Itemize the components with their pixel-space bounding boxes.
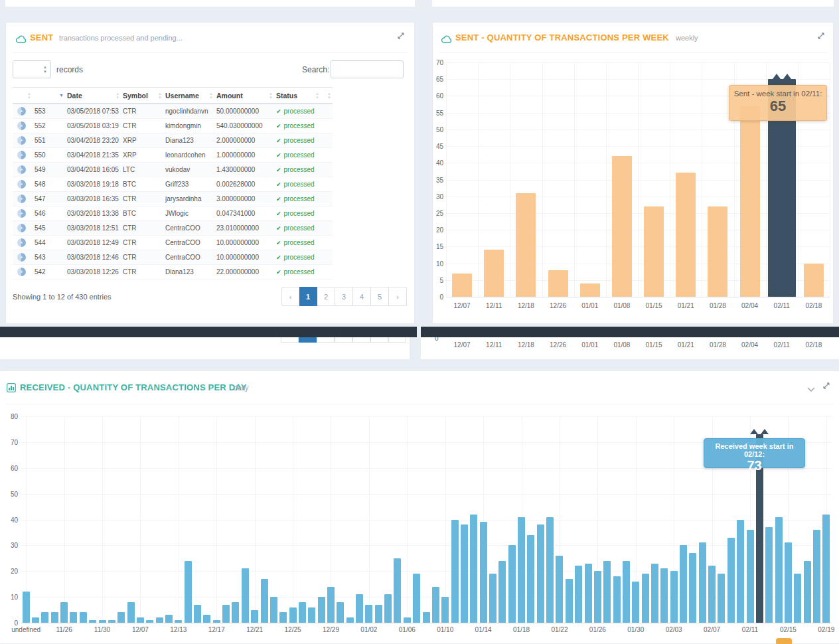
bar-bar-22[interactable] — [232, 602, 239, 623]
bar-12/21[interactable] — [251, 610, 258, 623]
bar-01/21[interactable] — [676, 173, 696, 297]
bar-02/19[interactable] — [822, 515, 830, 623]
bar-12/17[interactable] — [213, 620, 220, 623]
bar-01/10[interactable] — [441, 597, 449, 623]
bar-01/18[interactable] — [518, 517, 525, 623]
bar-12/07[interactable] — [137, 617, 144, 623]
clipped-page-button[interactable] — [352, 337, 370, 343]
bar-11/26[interactable] — [60, 602, 68, 623]
bar-bar-63[interactable] — [623, 561, 630, 623]
sort-icon[interactable]: ▲▼ — [27, 92, 31, 100]
page-button-5[interactable]: 5 — [371, 287, 389, 306]
bar-bar-42[interactable] — [423, 612, 430, 623]
bar-01/30[interactable] — [632, 582, 639, 623]
bar-01/08[interactable] — [612, 156, 632, 297]
bar-12/26[interactable] — [548, 270, 568, 297]
clipped-page-button-active[interactable] — [299, 337, 317, 343]
transaction-icon[interactable]: + — [17, 121, 26, 130]
bar-bar-18[interactable] — [194, 605, 201, 623]
clipped-page-button[interactable] — [317, 337, 335, 343]
bar-bar-34[interactable] — [346, 617, 354, 623]
bar-12/29[interactable] — [327, 587, 335, 623]
page-button-4[interactable]: 4 — [353, 287, 371, 306]
bar-12/18[interactable] — [516, 193, 536, 297]
bar-01/28[interactable] — [708, 206, 727, 297]
bar-bar-78[interactable] — [765, 527, 773, 623]
sort-icon[interactable]: ▲▼ — [158, 92, 162, 100]
bar-01/15[interactable] — [644, 206, 664, 297]
clipped-page-button[interactable] — [370, 337, 388, 343]
bar-bar-10[interactable] — [117, 612, 125, 623]
bar-bar-49[interactable] — [489, 574, 496, 623]
bar-bar-25[interactable] — [261, 579, 268, 623]
page-button-2[interactable]: 2 — [317, 287, 335, 306]
bar-02/07[interactable] — [708, 566, 716, 623]
column-header-sort7[interactable]: ▲▼ — [321, 92, 333, 100]
transaction-icon[interactable]: + — [17, 136, 26, 145]
sort-icon[interactable]: ▲▼ — [315, 92, 319, 100]
transaction-icon[interactable]: + — [17, 209, 26, 218]
bar-bar-19[interactable] — [203, 615, 210, 623]
bar-bar-38[interactable] — [384, 594, 392, 623]
bar-bar-45[interactable] — [451, 520, 459, 623]
bar-01/01[interactable] — [580, 283, 600, 297]
bar-bar-3[interactable] — [51, 612, 58, 623]
bar-bar-82[interactable] — [804, 561, 811, 623]
transaction-icon[interactable]: + — [17, 224, 26, 232]
bar-bar-83[interactable] — [813, 530, 820, 623]
page-prev-button[interactable]: ‹ — [281, 287, 299, 306]
bar-02/04[interactable] — [740, 106, 760, 297]
bar-bar-75[interactable] — [737, 520, 744, 623]
bar-bar-17[interactable] — [185, 561, 192, 623]
bar-bar-37[interactable] — [375, 605, 382, 623]
transaction-icon[interactable]: + — [17, 195, 26, 203]
bar-bar-33[interactable] — [337, 602, 344, 623]
bar-bar-9[interactable] — [108, 620, 115, 623]
bar-02/18[interactable] — [804, 264, 824, 297]
transaction-icon[interactable]: + — [17, 151, 26, 159]
bar-bar-71[interactable] — [699, 542, 706, 623]
bar-bar-81[interactable] — [794, 574, 801, 623]
bar-bar-54[interactable] — [537, 524, 544, 623]
column-header-Date[interactable]: Date▲▼ — [65, 92, 121, 100]
transaction-icon[interactable]: + — [17, 107, 26, 116]
column-header-Status[interactable]: Status▲▼ — [274, 92, 321, 100]
bar-01/14[interactable] — [480, 522, 487, 623]
page-button-1[interactable]: 1 — [299, 287, 317, 306]
clipped-page-button[interactable] — [335, 337, 352, 343]
bar-bar-70[interactable] — [689, 553, 696, 623]
bar-bar-53[interactable] — [527, 535, 534, 623]
bar-bar-51[interactable] — [508, 545, 516, 623]
expand-icon[interactable] — [822, 381, 831, 393]
bar-bar-47[interactable] — [470, 515, 477, 623]
bar-01/06[interactable] — [404, 617, 411, 623]
column-header-sort0[interactable]: ▲▼ — [13, 92, 33, 100]
expand-icon[interactable] — [816, 31, 826, 43]
bar-bar-13[interactable] — [146, 620, 153, 623]
bar-bar-1[interactable] — [32, 617, 39, 623]
bar-bar-30[interactable] — [308, 607, 315, 623]
bar-bar-67[interactable] — [660, 568, 668, 623]
column-header-Symbol[interactable]: Symbol▲▼ — [121, 92, 163, 100]
bar-01/22[interactable] — [556, 556, 563, 623]
sort-desc-icon[interactable]: ▼ — [59, 94, 64, 98]
sort-icon[interactable]: ▲▼ — [269, 92, 273, 100]
bar-bar-69[interactable] — [680, 545, 687, 623]
bar-bar-27[interactable] — [279, 612, 287, 623]
bar-bar-11[interactable] — [127, 602, 135, 623]
bar-bar-39[interactable] — [394, 558, 401, 623]
bar-12/07[interactable] — [452, 274, 472, 297]
bar-bar-35[interactable] — [356, 594, 363, 623]
bar-02/03[interactable] — [670, 571, 678, 623]
bar-bar-26[interactable] — [270, 597, 277, 623]
bar-bar-66[interactable] — [651, 564, 658, 623]
bar-bar-46[interactable] — [461, 524, 468, 623]
bar-bar-79[interactable] — [775, 517, 783, 623]
bar-bar-50[interactable] — [498, 561, 506, 623]
bar-bar-14[interactable] — [156, 617, 163, 623]
bar-01/02[interactable] — [365, 605, 372, 623]
bar-02/11[interactable] — [747, 530, 754, 623]
bar-bar-59[interactable] — [585, 564, 592, 623]
bar-undefined[interactable] — [23, 592, 30, 623]
bar-bar-74[interactable] — [727, 538, 735, 623]
